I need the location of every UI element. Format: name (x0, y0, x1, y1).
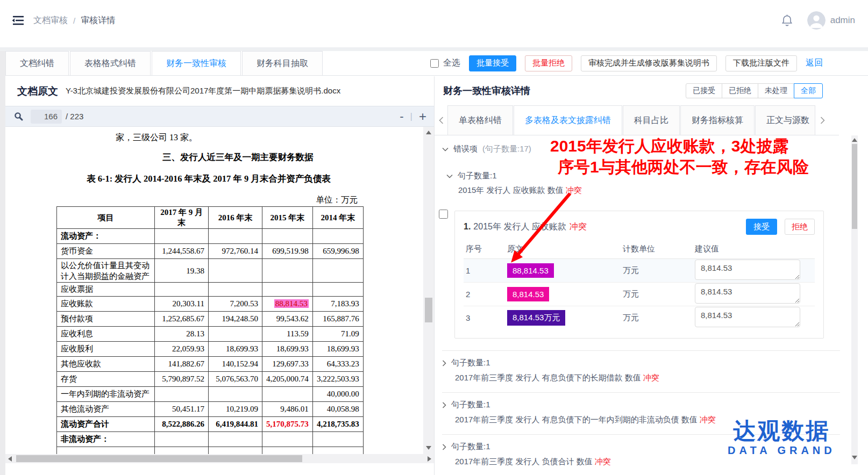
table-row: 流动资产： (57, 229, 364, 244)
zoom-in-button[interactable]: + (419, 110, 426, 123)
list-item: 句子数量:1 2017年前三季度 发行人 有息负债下的长期借款 数值 冲突 (442, 351, 840, 393)
action-bar: 全选 批量接受 批量拒绝 审核完成并生成修改版募集说明书 下载批注版文件 返回 (430, 51, 868, 75)
document-panel-header: 文档原文 Y-3北京城建投资发展股份有限公司2017年度第一期中期票据募集说明书… (5, 76, 434, 106)
status-filter-group: 已接受 已拒绝 未处理 全部 (686, 83, 823, 98)
breadcrumb-separator: / (73, 16, 75, 25)
user-avatar[interactable] (807, 11, 826, 30)
red-total-value: 5,170,875.73 (262, 417, 313, 432)
filter-accepted[interactable]: 已接受 (686, 83, 722, 98)
original-value-chip: 8,814.53 (507, 287, 549, 301)
horizontal-scroll-thumb[interactable] (16, 455, 302, 462)
tab-financial-consistency-review[interactable]: 财务一致性审核 (152, 51, 241, 75)
document-toolbar: / 223 - | + (5, 106, 434, 127)
table-row: 应收账款 20,303.11 7,200.53 88,814.53 7,183.… (57, 297, 364, 312)
review-panel-header: 财务一致性审核详情 已接受 已拒绝 未处理 全部 (435, 76, 858, 105)
scroll-up-arrow[interactable] (852, 138, 857, 142)
tab-table-format-correction[interactable]: 表格格式纠错 (70, 51, 151, 75)
document-vertical-scrollbar[interactable] (423, 127, 434, 454)
tab-doc-correction[interactable]: 文档纠错 (5, 51, 69, 75)
scroll-right-arrow[interactable] (428, 456, 431, 462)
filter-all[interactable]: 全部 (794, 83, 823, 98)
page-left-gutter (0, 5, 5, 475)
card-buttons: 接受 拒绝 (746, 219, 815, 235)
tabs-scroll-left-icon[interactable] (435, 105, 447, 135)
scroll-down-arrow[interactable] (852, 456, 857, 459)
batch-reject-button[interactable]: 批量拒绝 (525, 55, 572, 71)
top-header: 文档审核 / 审核详情 admin (0, 0, 868, 47)
group-count-label: 句子数量:1 (458, 171, 497, 181)
filter-rejected[interactable]: 已拒绝 (722, 83, 758, 98)
group-sentence: 2017年前三季度 发行人 负债合计 数值 冲突 (455, 457, 840, 467)
reject-button[interactable]: 拒绝 (785, 219, 815, 235)
red-annotation-note: 2015年发行人应收账款，3处披露 序号1与其他两处不一致，存在风险 (550, 135, 809, 177)
finish-generate-button[interactable]: 审核完成并生成修改版募集说明书 (581, 55, 717, 71)
table-row: 存货 5,790,897.52 5,076,563.70 4,205,000.7… (57, 372, 364, 387)
table-row: 应收股利 22,059.93 18,699.93 18,699.93 18,69… (57, 342, 364, 357)
table-row: 其他流动资产 50,451.17 10,219.09 9,486.01 40,0… (57, 402, 364, 417)
chevron-right-icon (442, 402, 446, 408)
table-row: 应收票据 (57, 283, 364, 297)
document-filename: Y-3北京城建投资发展股份有限公司2017年度第一期中期票据募集说明书.docx (66, 86, 340, 96)
table-row: 预付款项 1,252,685.67 194,248.50 99,543.62 1… (57, 312, 364, 327)
rtab-single-table-correction[interactable]: 单表格纠错 (447, 105, 513, 135)
rtab-financial-indicator-check[interactable]: 财务指标核算 (680, 105, 755, 135)
highlighted-conflict-value: 88,814.53 (274, 299, 309, 308)
select-all-checkbox[interactable] (430, 59, 439, 68)
download-annotated-button[interactable]: 下载批注版文件 (725, 55, 797, 71)
zoom-out-button[interactable]: - (400, 111, 403, 123)
accept-button[interactable]: 接受 (746, 219, 777, 235)
group-count-label: 句子数量:1 (451, 442, 490, 452)
batch-accept-button[interactable]: 批量接受 (469, 55, 516, 71)
suggestion-input[interactable]: 8,814.53 (695, 283, 800, 304)
card-select-checkbox[interactable] (439, 210, 448, 219)
page-number-input[interactable] (31, 110, 62, 124)
suggestion-input[interactable]: 8,814.53 (695, 307, 800, 327)
original-value-chip: 88,814.53 (507, 263, 554, 278)
group-count-label: 句子数量:1 (451, 400, 490, 410)
scroll-up-arrow[interactable] (426, 131, 431, 134)
group-header[interactable]: 句子数量:1 (442, 400, 840, 410)
notification-bell-icon[interactable] (781, 14, 793, 27)
table-header-row: 序号 原文 计数单位 建议值 (464, 240, 815, 258)
conflict-flag: 冲突 (643, 373, 659, 382)
rtab-multi-table-disclosure-correction[interactable]: 多表格及表文披露纠错 (514, 105, 622, 135)
scroll-left-arrow[interactable] (8, 456, 12, 462)
filter-unprocessed[interactable]: 未处理 (758, 83, 794, 98)
main-tab-bar: 文档纠错 表格格式纠错 财务一致性审核 财务科目抽取 全选 批量接受 批量拒绝 … (5, 51, 868, 76)
collapse-menu-icon[interactable] (11, 15, 25, 26)
group-header[interactable]: 句子数量:1 (442, 358, 840, 368)
card-title-row: 1. 2015年 发行人 应收账款 冲突 接受 拒绝 (464, 219, 815, 235)
rtab-text-vs-source[interactable]: 正文与源数 (755, 105, 815, 135)
back-link[interactable]: 返回 (806, 57, 823, 69)
rtab-subject-ratio[interactable]: 科目占比 (623, 105, 680, 135)
tab-financial-subject-extraction[interactable]: 财务科目抽取 (242, 51, 323, 75)
page-total-label: / 223 (66, 112, 83, 121)
card-index: 1. (464, 222, 471, 232)
table-row: 非流动资产： (57, 432, 364, 447)
magnifier-icon[interactable] (14, 112, 23, 121)
breadcrumb-root[interactable]: 文档审核 (33, 15, 68, 26)
review-tab-strip: 单表格纠错 多表格及表文披露纠错 科目占比 财务指标核算 正文与源数 (435, 105, 839, 135)
group-count-label: 句子数量:1 (451, 358, 490, 368)
review-panel: 财务一致性审核详情 已接受 已拒绝 未处理 全部 单表格纠错 多表格及表文披露纠… (435, 76, 858, 475)
error-group-header[interactable]: 句子数量:1 (446, 171, 497, 181)
error-section-label: 错误项 (453, 144, 478, 154)
vertical-scroll-thumb[interactable] (852, 144, 857, 229)
chevron-right-icon (442, 360, 446, 366)
tabs-scroll-right-icon[interactable] (816, 105, 829, 135)
collapsed-group-list: 句子数量:1 2017年前三季度 发行人 有息负债下的长期借款 数值 冲突 句子… (442, 350, 840, 475)
document-panel-title: 文档原文 (17, 84, 58, 98)
table-row: 一年内到期的非流动资产 40,000.00 (57, 387, 364, 402)
review-panel-title: 财务一致性审核详情 (443, 84, 530, 97)
select-all-label: 全选 (443, 57, 460, 69)
document-horizontal-scrollbar[interactable] (5, 454, 434, 463)
suggestion-input[interactable]: 8,814.53 (695, 260, 800, 280)
chevron-down-icon (446, 174, 453, 178)
scroll-down-arrow[interactable] (426, 446, 431, 450)
vertical-scroll-thumb[interactable] (425, 298, 432, 322)
table-row: 其他应收款 141,882.67 140,152.94 129,697.33 6… (57, 357, 364, 372)
review-vertical-scrollbar[interactable] (851, 135, 858, 464)
error-section-header[interactable]: 错误项 (句子数量:17) (442, 144, 531, 154)
group-header[interactable]: 句子数量:1 (442, 442, 840, 452)
table-row: 应收利息 28.13 113.59 71.09 (57, 327, 364, 342)
